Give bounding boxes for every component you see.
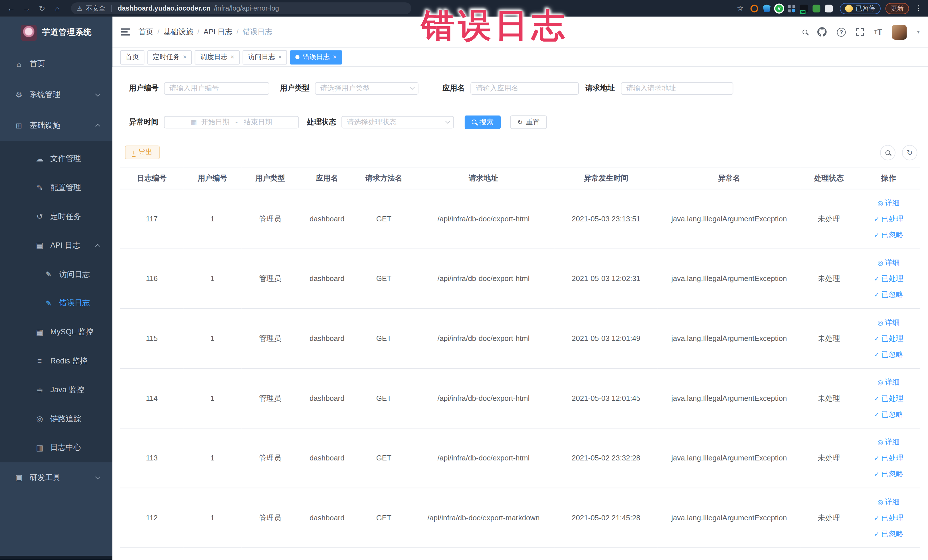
mark-processed-link[interactable]: ✓已处理 (857, 390, 920, 406)
sidebar-item-infrastructure[interactable]: ⊞ 基础设施 (0, 110, 112, 141)
reset-button[interactable]: ↻ 重置 (510, 115, 547, 129)
detail-link[interactable]: ◎详细 (857, 315, 920, 331)
browser-home-icon[interactable]: ⌂ (52, 4, 63, 12)
close-icon[interactable]: × (230, 54, 234, 61)
select-placeholder: 请选择用户类型 (320, 83, 406, 93)
column-header: 异常发生时间 (554, 167, 658, 189)
extension-icon[interactable] (800, 5, 808, 12)
detail-link[interactable]: ◎详细 (857, 195, 920, 211)
check-icon: ✓ (874, 231, 879, 238)
app-logo[interactable]: 芋道管理系统 (0, 17, 112, 49)
close-icon[interactable]: × (183, 54, 186, 61)
sidebar-toggle-icon[interactable] (121, 29, 130, 36)
date-range-picker[interactable]: ▦ 开始日期 - 结束日期 (164, 116, 299, 128)
action-label: 详细 (885, 198, 900, 207)
sidebar-menu: ⌂ 首页 ⚙ 系统管理 ⊞ 基础设施 ☁ 文件管理 (0, 49, 112, 493)
sidebar-item-system-management[interactable]: ⚙ 系统管理 (0, 79, 112, 110)
sidebar-item-redis-monitor[interactable]: ≡ Redis 监控 (0, 346, 112, 375)
user-type-label: 用户类型 (278, 83, 310, 93)
help-icon[interactable]: ? (837, 27, 846, 36)
cell-time: 2021-05-02 21:45:28 (554, 488, 658, 548)
select-placeholder: 请选择处理状态 (347, 117, 442, 127)
process-status-select[interactable]: 请选择处理状态 (342, 116, 454, 128)
mark-ignored-link[interactable]: ✓已忽略 (857, 287, 920, 303)
toggle-search-button[interactable] (880, 145, 896, 160)
extension-icon[interactable] (763, 5, 771, 12)
sidebar-item-dev-tools[interactable]: ▣ 研发工具 (0, 462, 112, 493)
breadcrumb-item[interactable]: 基础设施 (164, 27, 194, 37)
detail-link[interactable]: ◎详细 (857, 494, 920, 510)
cell-status: 未处理 (801, 189, 857, 249)
tab-error-log[interactable]: 错误日志× (290, 50, 342, 64)
bookmark-star-icon[interactable]: ☆ (737, 4, 743, 12)
mark-processed-link[interactable]: ✓已处理 (857, 450, 920, 466)
user-id-input[interactable] (164, 82, 269, 95)
sidebar-item-file-management[interactable]: ☁ 文件管理 (0, 144, 112, 173)
back-icon[interactable]: ← (6, 4, 17, 12)
sidebar-item-home[interactable]: ⌂ 首页 (0, 49, 112, 79)
check-icon: ✓ (874, 454, 879, 461)
export-button[interactable]: ↓ 导出 (125, 145, 159, 159)
user-avatar[interactable] (892, 24, 907, 40)
tab-schedule-log[interactable]: 调度日志× (195, 50, 240, 64)
sidebar-item-error-log[interactable]: ✎ 错误日志 (0, 289, 112, 317)
sidebar-item-trace[interactable]: ◎ 链路追踪 (0, 404, 112, 433)
sidebar-item-access-log[interactable]: ✎ 访问日志 (0, 260, 112, 289)
fullscreen-icon[interactable] (856, 28, 864, 36)
app-name-input[interactable] (470, 82, 579, 95)
tab-access-log[interactable]: 访问日志× (243, 50, 287, 64)
not-secure-label[interactable]: 不安全 (86, 4, 105, 12)
sidebar-item-java-monitor[interactable]: ☕ Java 监控 (0, 375, 112, 404)
sidebar-item-mysql-monitor[interactable]: ▦ MySQL 监控 (0, 318, 112, 346)
mark-processed-link[interactable]: ✓已处理 (857, 271, 920, 287)
detail-link[interactable]: ◎详细 (857, 255, 920, 271)
close-icon[interactable]: × (333, 54, 337, 61)
extensions-puzzle-icon[interactable] (825, 5, 833, 12)
request-url-input[interactable] (621, 82, 733, 95)
sidebar-item-label: API 日志 (50, 240, 80, 251)
forward-icon[interactable]: → (21, 4, 32, 12)
mark-processed-link[interactable]: ✓已处理 (857, 510, 920, 526)
mark-ignored-link[interactable]: ✓已忽略 (857, 466, 920, 482)
sidebar-item-config-management[interactable]: ✎ 配置管理 (0, 173, 112, 202)
extension-icon[interactable] (788, 5, 795, 12)
sidebar-item-scheduled-tasks[interactable]: ↺ 定时任务 (0, 202, 112, 231)
mark-ignored-link[interactable]: ✓已忽略 (857, 227, 920, 243)
sidebar-item-label: 日志中心 (50, 442, 81, 453)
extension-icon[interactable]: v (775, 5, 783, 12)
mark-ignored-link[interactable]: ✓已忽略 (857, 346, 920, 363)
address-bar[interactable]: ⚠ 不安全 dashboard.yudao.iocoder.cn/infra/l… (71, 2, 411, 14)
close-icon[interactable]: × (278, 54, 282, 61)
breadcrumb-item[interactable]: API 日志 (204, 27, 232, 37)
reload-icon[interactable]: ↻ (37, 4, 47, 12)
avatar-caret-icon[interactable]: ▾ (917, 29, 920, 35)
eye-icon: ◎ (34, 414, 45, 423)
action-label: 详细 (885, 438, 900, 446)
font-size-icon[interactable]: TT (874, 27, 882, 36)
sidebar-item-api-log[interactable]: ▤ API 日志 (0, 231, 112, 260)
breadcrumb-item[interactable]: 首页 (138, 27, 153, 37)
tab-scheduled-tasks[interactable]: 定时任务× (148, 50, 192, 64)
github-icon[interactable] (817, 27, 827, 37)
profile-paused-badge[interactable]: 已暂停 (840, 3, 881, 14)
sidebar-item-log-center[interactable]: ▥ 日志中心 (0, 433, 112, 462)
detail-link[interactable]: ◎详细 (857, 374, 920, 390)
user-type-select[interactable]: 请选择用户类型 (315, 82, 418, 95)
mark-ignored-link[interactable]: ✓已忽略 (857, 406, 920, 422)
extension-icon[interactable] (751, 5, 758, 12)
detail-link[interactable]: ◎详细 (857, 434, 920, 450)
browser-menu-icon[interactable]: ⋮ (915, 4, 922, 12)
mark-ignored-link[interactable]: ✓已忽略 (857, 526, 920, 542)
tab-home[interactable]: 首页 (120, 50, 144, 64)
check-icon: ✓ (874, 395, 879, 402)
page-content: 用户编号 用户类型 请选择用户类型 应用名 请求地址 异常时间 (112, 67, 928, 560)
mark-processed-link[interactable]: ✓已处理 (857, 331, 920, 346)
search-icon[interactable] (803, 30, 807, 35)
browser-update-badge[interactable]: 更新 (885, 3, 909, 14)
sidebar-item-label: 定时任务 (50, 211, 81, 222)
refresh-table-button[interactable]: ↻ (902, 145, 917, 160)
sidebar-item-label: 链路追踪 (50, 414, 81, 424)
search-button[interactable]: 搜索 (465, 115, 501, 129)
extension-icon[interactable] (812, 5, 820, 12)
mark-processed-link[interactable]: ✓已处理 (857, 211, 920, 227)
